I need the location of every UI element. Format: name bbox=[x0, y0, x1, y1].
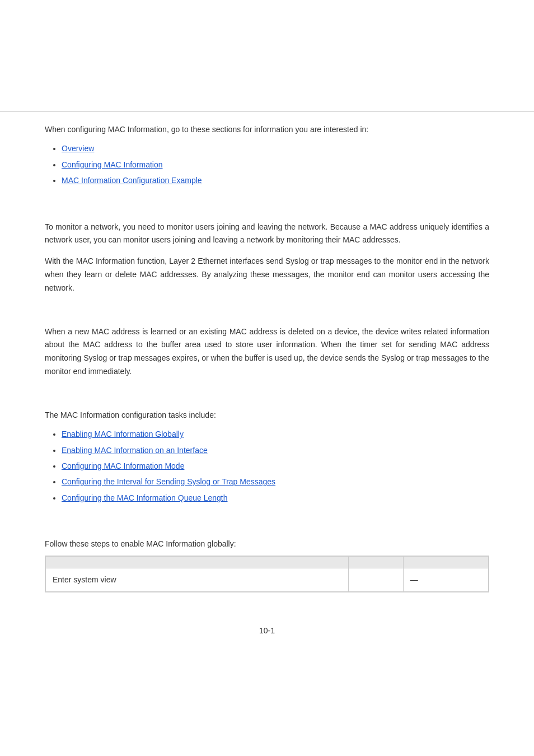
table-cell-step: Enter system view bbox=[46, 568, 349, 592]
section-gap-2 bbox=[45, 515, 489, 538]
list-item: Enabling MAC Information on an Interface bbox=[62, 444, 489, 456]
top-area bbox=[0, 0, 534, 112]
table-cell-command bbox=[349, 568, 404, 592]
table-cell-note: — bbox=[403, 568, 488, 592]
overview-link[interactable]: Overview bbox=[62, 144, 94, 153]
page-number: 10-1 bbox=[259, 626, 275, 635]
section-divider-1 bbox=[45, 303, 489, 325]
enabling-interface-link[interactable]: Enabling MAC Information on an Interface bbox=[62, 446, 208, 455]
list-item: Configuring the Interval for Sending Sys… bbox=[62, 475, 489, 488]
list-item: Configuring MAC Information Mode bbox=[62, 460, 489, 472]
configuring-mac-link[interactable]: Configuring MAC Information bbox=[62, 160, 163, 169]
section-gap-1 bbox=[45, 198, 489, 221]
mac-config-example-link[interactable]: MAC Information Configuration Example bbox=[62, 176, 202, 185]
list-item: MAC Information Configuration Example bbox=[62, 174, 489, 186]
mac-info-paragraph: When a new MAC address is learned or an … bbox=[45, 325, 489, 379]
steps-table: Enter system view — bbox=[45, 556, 489, 592]
table-header bbox=[46, 557, 489, 568]
configuring-queue-link[interactable]: Configuring the MAC Information Queue Le… bbox=[62, 493, 228, 502]
table-row: Enter system view — bbox=[46, 568, 489, 592]
page-footer: 10-1 bbox=[0, 615, 534, 641]
list-item: Enabling MAC Information Globally bbox=[62, 428, 489, 440]
col-header-1 bbox=[46, 557, 349, 568]
table-body: Enter system view — bbox=[46, 568, 489, 592]
em-dash: — bbox=[410, 575, 418, 584]
configuring-interval-link[interactable]: Configuring the Interval for Sending Sys… bbox=[62, 477, 275, 486]
steps-intro-text: Follow these steps to enable MAC Informa… bbox=[45, 538, 489, 550]
configuring-mode-link[interactable]: Configuring MAC Information Mode bbox=[62, 461, 184, 470]
overview-paragraph-2: With the MAC Information function, Layer… bbox=[45, 255, 489, 295]
section-divider-2 bbox=[45, 386, 489, 409]
content-area: When configuring MAC Information, go to … bbox=[0, 112, 534, 615]
page-container: When configuring MAC Information, go to … bbox=[0, 0, 534, 641]
col-header-2 bbox=[349, 557, 404, 568]
overview-paragraph-1: To monitor a network, you need to monito… bbox=[45, 221, 489, 248]
nav-list: Overview Configuring MAC Information MAC… bbox=[62, 142, 489, 186]
list-item: Configuring MAC Information bbox=[62, 158, 489, 171]
task-list: Enabling MAC Information Globally Enabli… bbox=[62, 428, 489, 504]
list-item: Overview bbox=[62, 142, 489, 155]
col-header-3 bbox=[403, 557, 488, 568]
table-header-row bbox=[46, 557, 489, 568]
tasks-intro-text: The MAC Information configuration tasks … bbox=[45, 409, 489, 421]
list-item: Configuring the MAC Information Queue Le… bbox=[62, 492, 489, 504]
intro-paragraph: When configuring MAC Information, go to … bbox=[45, 123, 489, 136]
enabling-globally-link[interactable]: Enabling MAC Information Globally bbox=[62, 430, 184, 438]
steps-table-element: Enter system view — bbox=[45, 556, 489, 592]
